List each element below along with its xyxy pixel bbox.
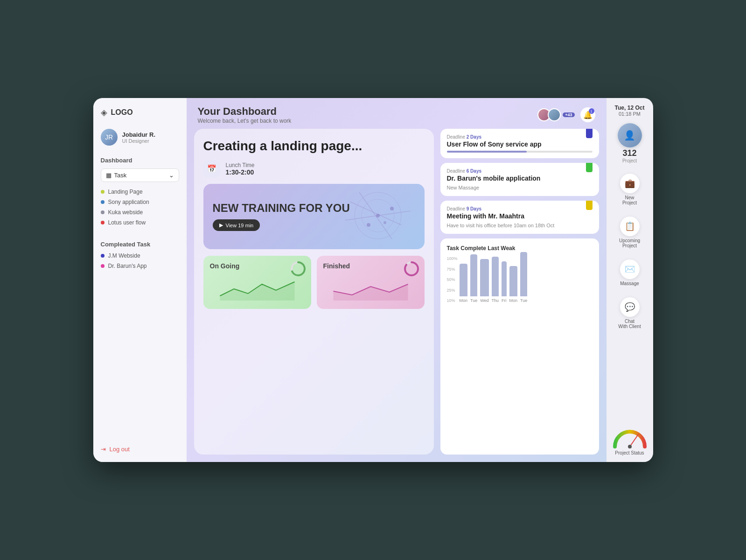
project-count: 312 [622, 148, 636, 158]
view-button[interactable]: ▶ View 19 min [213, 219, 260, 231]
task-item-sony[interactable]: Sony application [101, 199, 179, 205]
training-title: NEW TRAINING FOR YOU [213, 202, 350, 215]
notification-bell[interactable]: 🔔 1 [580, 107, 595, 122]
schedule-row: 📅 Lunch Time 1:30-2:00 [203, 161, 425, 177]
bar-col: Wed [480, 259, 488, 303]
logout-button[interactable]: ⇥ Log out [101, 446, 179, 453]
bar-col: Tue [470, 254, 477, 303]
deadline-sub-2: New Massage [447, 185, 593, 190]
schedule-time: 1:30-2:00 [226, 168, 255, 176]
logout-label: Log out [110, 446, 130, 453]
sidebar: ◈ LOGO JR Jobaidur R. UI Designer Dashbo… [93, 98, 187, 462]
svg-point-16 [628, 445, 632, 448]
logout-icon: ⇥ [101, 446, 106, 453]
completed-item-barun[interactable]: Dr. Barun's App [101, 263, 179, 269]
bar-label: Fri [502, 298, 507, 303]
bar [520, 252, 527, 296]
bar-col: Mon [509, 266, 518, 303]
svg-point-6 [390, 207, 394, 210]
svg-point-7 [367, 223, 370, 227]
main-content: Your Dashboard Welcome back, Let's get b… [187, 98, 607, 462]
page-title: Creating a landing page... [203, 138, 425, 154]
calendar-icon: 📅 [203, 161, 220, 177]
task-list: Landing Page Sony application Kuka websi… [101, 189, 179, 230]
chart-wrapper: 100% 75% 50% 25% 10% MonTueWedThuFriMonT… [447, 256, 593, 303]
training-card: NEW TRAINING FOR YOU ▶ View 19 min [203, 184, 425, 249]
logo-icon: ◈ [101, 107, 107, 118]
deadline-card-2: Deadline 6 Days Dr. Barun's mobile appli… [440, 163, 599, 196]
header: Your Dashboard Welcome back, Let's get b… [187, 98, 607, 129]
task-item-kuka[interactable]: Kuka webside [101, 209, 179, 216]
bar-label: Wed [480, 298, 488, 303]
new-project-icon: 💼 [620, 174, 640, 193]
time-text: 01:18 PM [615, 111, 645, 117]
logo-text: LOGO [111, 108, 133, 117]
left-panel: Creating a landing page... 📅 Lunch Time … [194, 129, 434, 455]
svg-point-8 [383, 221, 386, 224]
dot-jm [101, 254, 105, 258]
avatar-2 [548, 108, 561, 121]
profile-stats: 👤 312 Project [618, 123, 642, 163]
massage-item[interactable]: ✉️ Massage [611, 255, 648, 291]
bar [502, 261, 507, 296]
dot-sony [101, 200, 105, 204]
deadline-label-3: Deadline 9 Days [447, 206, 593, 211]
dot-barun [101, 264, 105, 268]
bar [480, 259, 488, 296]
massage-label: Massage [620, 281, 639, 286]
bar-label: Tue [520, 298, 527, 303]
finished-wave [323, 277, 418, 302]
deadline-title-3: Meeting with Mr. Maahtra [447, 212, 593, 220]
chart-y-labels: 100% 75% 50% 25% 10% [447, 256, 458, 303]
new-project-label: NewProject [622, 195, 637, 205]
massage-icon: ✉️ [620, 259, 640, 279]
right-panel: Deadline 2 Days User Flow of Sony servic… [440, 129, 599, 455]
completed-list: J.M Webside Dr. Barun's App [101, 252, 179, 269]
chart-title: Task Complete Last Weak [447, 245, 593, 252]
stats-row: On Going [203, 256, 425, 309]
gauge-svg [611, 425, 648, 448]
avatar-count: +43 [563, 112, 574, 117]
play-icon: ▶ [219, 222, 223, 228]
dot-lotus [101, 221, 105, 224]
date-time: Tue, 12 Oct 01:18 PM [615, 105, 645, 117]
schedule-label: Lunch Time [226, 162, 255, 168]
dot-landing [101, 190, 105, 194]
training-graphic [341, 188, 415, 245]
svg-marker-14 [333, 284, 408, 301]
bar [509, 266, 518, 296]
new-project-item[interactable]: 💼 NewProject [611, 169, 648, 210]
dashboard-label: Dashboard [101, 157, 179, 164]
bar-label: Thu [492, 298, 499, 303]
upcoming-project-item[interactable]: 📋 UpcomingProject [611, 212, 648, 253]
task-select[interactable]: ▦ Task ⌄ [101, 168, 179, 182]
dashboard-subtitle: Welcome back, Let's get back to work [198, 118, 292, 124]
task-item-lotus[interactable]: Lotus user flow [101, 219, 179, 226]
task-item-landing[interactable]: Landing Page [101, 189, 179, 195]
bookmark-2 [586, 163, 593, 172]
bar [492, 257, 499, 296]
chart-card: Task Complete Last Weak 100% 75% 50% 25%… [440, 238, 599, 455]
dashboard-content: Creating a landing page... 📅 Lunch Time … [187, 129, 607, 462]
view-label: View 19 min [226, 223, 254, 228]
deadline-title-1: User Flow of Sony service app [447, 140, 593, 148]
completed-item-jm[interactable]: J.M Webside [101, 252, 179, 259]
user-name: Jobaidur R. [122, 131, 156, 138]
ongoing-card: On Going [203, 256, 311, 309]
deadline-label-1: Deadline 2 Days [447, 134, 593, 140]
deadline-label-2: Deadline 6 Days [447, 168, 593, 174]
upcoming-project-label: UpcomingProject [619, 238, 640, 248]
deadline-card-3: Deadline 9 Days Meeting with Mr. Maahtra… [440, 201, 599, 234]
right-sidebar: Tue, 12 Oct 01:18 PM 👤 312 Project 💼 New… [607, 98, 653, 462]
finished-card: Finished [317, 256, 425, 309]
svg-point-5 [376, 214, 380, 217]
chat-client-item[interactable]: 💬 ChatWith Client [611, 293, 648, 334]
bar-chart: MonTueWedThuFriMonTue [460, 256, 528, 303]
bar-col: Mon [460, 264, 468, 303]
bookmark-3 [586, 201, 593, 210]
ongoing-donut [290, 260, 307, 277]
dot-kuka [101, 210, 105, 214]
finished-donut [403, 260, 420, 277]
date-text: Tue, 12 Oct [615, 105, 645, 111]
avatar-group: +43 [537, 108, 574, 121]
